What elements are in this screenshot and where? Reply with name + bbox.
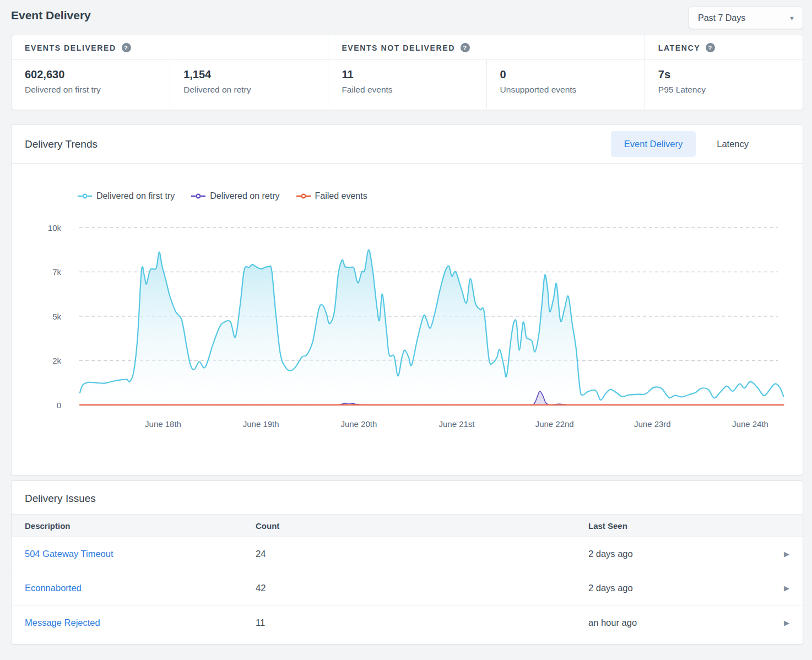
delivery-trends-panel: Delivery Trends Event Delivery Latency D… [11, 125, 803, 475]
help-icon[interactable]: ? [706, 43, 715, 52]
legend-label: Delivered on first try [96, 191, 175, 201]
x-axis-tick-label: June 20th [340, 419, 377, 429]
issue-description-link[interactable]: Message Rejected [25, 618, 100, 627]
x-axis-tick-label: June 21st [439, 419, 475, 429]
x-axis-tick-label: June 18th [145, 419, 181, 429]
issue-count: 11 [256, 618, 588, 628]
legend-marker-icon [296, 193, 311, 199]
time-range-value: Past 7 Days [698, 13, 745, 23]
stats-heading-events-not-delivered: EVENTS NOT DELIVERED ? [328, 35, 644, 59]
page-title: Event Delivery [11, 7, 91, 22]
trends-header: Delivery Trends Event Delivery Latency [12, 125, 803, 164]
issue-description-link[interactable]: 504 Gateway Timeout [25, 549, 113, 559]
y-axis-tick-label: 10k [48, 223, 62, 232]
y-axis-tick-label: 2k [52, 356, 61, 365]
legend-item[interactable]: Delivered on retry [191, 191, 279, 201]
column-header-description: Description [25, 521, 256, 531]
stat-delivered-first-try: 602,630 Delivered on first try [12, 60, 170, 109]
trends-title: Delivery Trends [25, 138, 611, 150]
delivery-issues-panel: Delivery Issues Description Count Last S… [11, 480, 803, 645]
column-header-last-seen: Last Seen [588, 521, 763, 531]
x-axis-tick-label: June 19th [243, 419, 279, 429]
chevron-down-icon: ▼ [789, 15, 795, 21]
x-axis-tick-label: June 24th [732, 419, 768, 429]
table-row[interactable]: Econnaborted422 days ago▶ [12, 571, 803, 605]
legend-marker-icon [191, 193, 205, 199]
issue-last-seen: 2 days ago [588, 549, 763, 559]
stat-p95-latency: 7s P95 Latency [645, 60, 803, 109]
y-axis-tick-label: 5k [52, 312, 61, 321]
help-icon[interactable]: ? [122, 43, 131, 52]
stats-heading-events-delivered: EVENTS DELIVERED ? [12, 35, 328, 59]
chevron-right-icon[interactable]: ▶ [784, 584, 789, 592]
column-header-count: Count [256, 521, 588, 531]
trends-chart-svg: 02k5k7k10kJune 18thJune 19thJune 20thJun… [12, 211, 803, 453]
series-area-delivered-first-try [80, 250, 783, 405]
issues-table-body: 504 Gateway Timeout242 days ago▶Econnabo… [12, 537, 803, 640]
y-axis-tick-label: 0 [57, 401, 61, 410]
table-row[interactable]: Message Rejected11an hour ago▶ [12, 605, 803, 640]
stats-headings: EVENTS DELIVERED ? EVENTS NOT DELIVERED … [12, 35, 803, 60]
tab-event-delivery[interactable]: Event Delivery [611, 131, 696, 157]
stat-failed-events: 11 Failed events [328, 60, 486, 109]
y-axis-tick-label: 7k [52, 267, 61, 277]
legend-label: Delivered on retry [210, 191, 279, 201]
event-delivery-dashboard: Event Delivery Past 7 Days ▼ EVENTS DELI… [0, 0, 812, 660]
legend-marker-icon [78, 193, 92, 199]
tab-latency[interactable]: Latency [703, 131, 762, 157]
issues-title: Delivery Issues [12, 481, 803, 514]
issue-count: 42 [256, 583, 588, 593]
x-axis-tick-label: June 22nd [535, 419, 574, 429]
issue-last-seen: an hour ago [588, 618, 763, 628]
trends-chart[interactable]: 02k5k7k10kJune 18thJune 19thJune 20thJun… [12, 211, 803, 453]
table-row[interactable]: 504 Gateway Timeout242 days ago▶ [12, 537, 803, 571]
chevron-right-icon[interactable]: ▶ [784, 619, 789, 627]
legend-item[interactable]: Delivered on first try [78, 191, 175, 201]
chevron-right-icon[interactable]: ▶ [784, 550, 789, 558]
stats-values: 602,630 Delivered on first try 1,154 Del… [12, 60, 803, 109]
issue-last-seen: 2 days ago [588, 583, 763, 593]
issue-description-link[interactable]: Econnaborted [25, 583, 82, 593]
legend-label: Failed events [315, 191, 367, 201]
issue-count: 24 [256, 549, 588, 559]
x-axis-tick-label: June 23rd [634, 419, 671, 429]
chart-legend: Delivered on first tryDelivered on retry… [78, 191, 803, 201]
legend-item[interactable]: Failed events [296, 191, 367, 201]
top-bar: Event Delivery Past 7 Days ▼ [0, 0, 812, 35]
stats-panel: EVENTS DELIVERED ? EVENTS NOT DELIVERED … [11, 35, 803, 110]
help-icon[interactable]: ? [461, 43, 470, 52]
stat-unsupported-events: 0 Unsupported events [486, 60, 645, 109]
stat-delivered-retry: 1,154 Delivered on retry [170, 60, 328, 109]
time-range-select[interactable]: Past 7 Days ▼ [689, 7, 803, 29]
issues-table-header: Description Count Last Seen [12, 514, 803, 537]
stats-heading-latency: LATENCY ? [645, 35, 803, 59]
